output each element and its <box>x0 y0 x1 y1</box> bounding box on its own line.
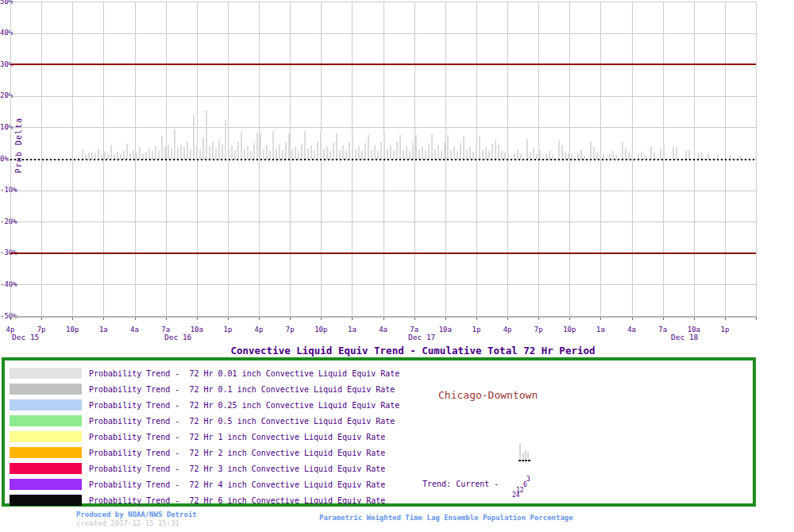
probability-bar <box>428 144 430 159</box>
y-tick-label: 0% <box>0 156 9 163</box>
probability-bar <box>498 145 499 159</box>
probability-bar <box>285 142 287 159</box>
probability-bar <box>469 147 471 159</box>
probability-bar <box>403 150 404 159</box>
x-tick-label: 4a <box>627 326 636 333</box>
x-tick-label: 1p <box>721 326 730 333</box>
probability-bar <box>387 149 388 159</box>
probability-bar <box>215 148 217 159</box>
mini-chart-zero-dash <box>528 460 530 461</box>
probability-bar <box>228 148 229 159</box>
probability-bar <box>82 149 83 159</box>
probability-bar <box>314 150 315 159</box>
probability-bar <box>244 148 245 159</box>
probability-bar <box>568 153 569 159</box>
y-tick-label: -40% <box>0 281 17 288</box>
probability-bar <box>123 151 125 159</box>
probability-bar <box>98 148 99 159</box>
probability-bar <box>177 148 179 159</box>
probability-bar <box>377 151 379 159</box>
probability-bar <box>231 145 233 159</box>
probability-bar <box>660 148 661 159</box>
probability-bar <box>263 149 264 159</box>
probability-bar <box>466 150 468 159</box>
probability-bar <box>174 129 175 159</box>
parametric-description-text: Parametric Weighted Time Lag Ensemble Po… <box>319 514 573 522</box>
probability-bar <box>88 152 90 159</box>
probability-bar <box>310 145 312 159</box>
probability-bar <box>374 145 376 159</box>
probability-bar <box>593 147 595 159</box>
legend-row: Probability Trend - 72 Hr 0.1 inch Conve… <box>5 383 753 399</box>
legend-swatch <box>10 479 82 490</box>
probability-bar <box>488 151 490 159</box>
probability-bar <box>434 149 436 159</box>
x-tick-label: 10p <box>563 326 576 333</box>
probability-bar <box>599 153 601 159</box>
probability-bar <box>136 152 137 159</box>
probability-bar <box>393 150 395 159</box>
y-tick-label: -20% <box>0 218 17 226</box>
probability-bar <box>155 146 156 159</box>
probability-bar <box>250 151 252 159</box>
probability-bar <box>590 141 592 159</box>
legend-row: Probability Trend - 72 Hr 0.25 inch Conv… <box>5 399 753 414</box>
x-tick-label: 1a <box>348 326 357 333</box>
probability-bar <box>266 145 268 159</box>
probability-bar <box>276 148 277 159</box>
x-date-label: Dec 15 <box>12 333 39 341</box>
legend-row: Probability Trend - 72 Hr 4 inch Convect… <box>5 478 753 494</box>
y-axis-label: Prob Delta <box>14 118 23 173</box>
probability-bar <box>425 151 426 159</box>
produced-by-text: Produced by NOAA/NWS Detroit <box>76 511 197 519</box>
x-tick-label: 1a <box>99 326 108 333</box>
legend-item-label: Probability Trend - 72 Hr 4 inch Convect… <box>89 480 385 490</box>
probability-bar <box>352 134 353 159</box>
legend-row: Probability Trend - 72 Hr 0.5 inch Conve… <box>5 414 753 430</box>
probability-bar <box>707 153 709 159</box>
probability-bar <box>476 144 477 159</box>
legend-item-label: Probability Trend - 72 Hr 1 inch Convect… <box>89 433 385 442</box>
probability-bar <box>209 146 210 159</box>
probability-bar <box>94 153 96 159</box>
probability-bar <box>653 152 655 159</box>
probability-bar <box>336 133 337 159</box>
probability-bar <box>187 141 188 159</box>
probability-bar <box>361 151 363 159</box>
probability-bar <box>260 133 261 159</box>
probability-bar <box>222 145 223 159</box>
mini-chart-bar <box>522 453 524 459</box>
probability-bar <box>371 150 372 159</box>
probability-bar <box>663 145 665 159</box>
probability-bar <box>161 136 163 159</box>
probability-bar <box>345 151 347 159</box>
footer: Produced by NOAA/NWS Detroit created 201… <box>0 507 794 532</box>
legend-swatch <box>10 399 82 411</box>
probability-bar <box>447 135 449 159</box>
probability-bar <box>237 142 239 159</box>
probability-bar <box>164 147 166 159</box>
probability-bar <box>418 150 420 159</box>
x-tick-label: 7a <box>658 326 667 333</box>
legend-item-label: Probability Trend - 72 Hr 0.25 inch Conv… <box>89 401 399 411</box>
probability-bar <box>526 139 528 159</box>
y-tick-label: -10% <box>0 187 17 194</box>
probability-bar <box>180 145 182 159</box>
probability-bar <box>396 142 398 159</box>
threshold-line <box>10 64 756 65</box>
x-tick-label: 1p <box>223 326 232 333</box>
probability-bar <box>463 136 464 159</box>
probability-bar <box>304 131 306 159</box>
mini-chart-zero-dash <box>522 460 524 461</box>
legend-row: Probability Trend - 72 Hr 3 inch Convect… <box>5 462 753 478</box>
probability-bar <box>279 145 280 159</box>
probability-bar <box>412 143 414 159</box>
probability-trend-plot: Prob Delta 50%40%30%20%10%0%-10%-20%-30%… <box>0 0 794 357</box>
probability-bar <box>349 142 350 159</box>
probability-bar <box>415 135 417 159</box>
probability-bar <box>641 152 642 159</box>
x-tick-label: 10a <box>439 326 452 333</box>
probability-bar <box>247 146 249 159</box>
x-tick-label: 4a <box>379 326 387 333</box>
probability-bar <box>291 149 293 159</box>
